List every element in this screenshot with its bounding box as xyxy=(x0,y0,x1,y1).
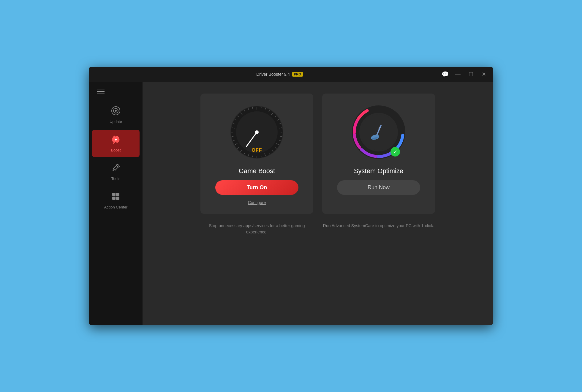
system-optimize-card: ✓ System Optimize Run Now xyxy=(322,94,435,214)
svg-rect-6 xyxy=(112,197,116,200)
tools-icon xyxy=(111,163,121,175)
minimize-button[interactable]: — xyxy=(454,70,462,78)
sidebar-item-boost[interactable]: Boost xyxy=(92,130,140,157)
action-center-label: Action Center xyxy=(104,205,128,209)
turn-on-button[interactable]: Turn On xyxy=(215,180,298,195)
app-window: Driver Booster 9.4 PRO 💬 — ☐ ✕ xyxy=(89,67,493,325)
main-layout: Update Boost xyxy=(89,82,493,325)
sidebar-item-action-center[interactable]: Action Center xyxy=(92,187,140,214)
svg-rect-4 xyxy=(112,193,116,196)
hamburger-menu[interactable] xyxy=(92,88,140,95)
svg-point-3 xyxy=(115,139,117,140)
sidebar: Update Boost xyxy=(89,82,143,325)
optimize-inner xyxy=(361,114,396,150)
gauge-status: OFF xyxy=(252,148,262,153)
game-boost-card: OFF Game Boost Turn On Configure xyxy=(200,94,313,214)
maximize-button[interactable]: ☐ xyxy=(467,70,475,78)
system-optimize-description: Run Advanced SystemCare to optimize your… xyxy=(322,223,435,229)
game-boost-gauge: OFF xyxy=(227,102,287,162)
svg-line-36 xyxy=(232,136,233,137)
content-area: OFF Game Boost Turn On Configure xyxy=(143,82,493,325)
titlebar-controls: 💬 — ☐ ✕ xyxy=(442,70,488,78)
game-boost-description: Stop unnecessary apps/services for a bet… xyxy=(200,223,313,235)
configure-link[interactable]: Configure xyxy=(248,200,266,205)
boost-label: Boost xyxy=(111,148,121,152)
svg-line-56 xyxy=(376,126,381,136)
svg-line-29 xyxy=(252,156,253,157)
boost-icon xyxy=(111,135,121,146)
svg-point-47 xyxy=(255,130,259,134)
cards-row: OFF Game Boost Turn On Configure xyxy=(160,94,475,214)
system-optimize-title: System Optimize xyxy=(354,167,403,175)
tools-label: Tools xyxy=(111,176,120,181)
close-button[interactable]: ✕ xyxy=(480,70,488,78)
svg-point-2 xyxy=(115,110,117,112)
run-now-button[interactable]: Run Now xyxy=(337,180,420,195)
broom-icon xyxy=(370,123,388,141)
hamburger-icon xyxy=(97,91,105,92)
game-boost-title: Game Boost xyxy=(239,167,275,175)
titlebar: Driver Booster 9.4 PRO 💬 — ☐ ✕ xyxy=(89,67,493,82)
update-icon xyxy=(111,106,121,118)
pro-badge: PRO xyxy=(292,72,303,77)
svg-point-57 xyxy=(370,134,379,141)
check-badge: ✓ xyxy=(390,147,400,157)
chat-icon[interactable]: 💬 xyxy=(442,71,449,78)
descriptions-row: Stop unnecessary apps/services for a bet… xyxy=(160,220,475,235)
update-label: Update xyxy=(110,119,122,124)
gauge-svg xyxy=(227,102,287,162)
svg-line-45 xyxy=(252,107,253,109)
action-center-icon xyxy=(111,192,121,203)
app-title: Driver Booster 9.4 xyxy=(256,72,290,77)
svg-rect-5 xyxy=(116,193,119,196)
svg-rect-7 xyxy=(116,197,119,200)
titlebar-center: Driver Booster 9.4 PRO xyxy=(256,72,303,77)
sidebar-item-tools[interactable]: Tools xyxy=(92,158,140,186)
svg-line-20 xyxy=(280,136,282,137)
sidebar-item-update[interactable]: Update xyxy=(92,101,140,129)
svg-line-11 xyxy=(261,107,261,109)
optimize-visual: ✓ xyxy=(349,102,408,162)
svg-line-27 xyxy=(261,156,261,157)
